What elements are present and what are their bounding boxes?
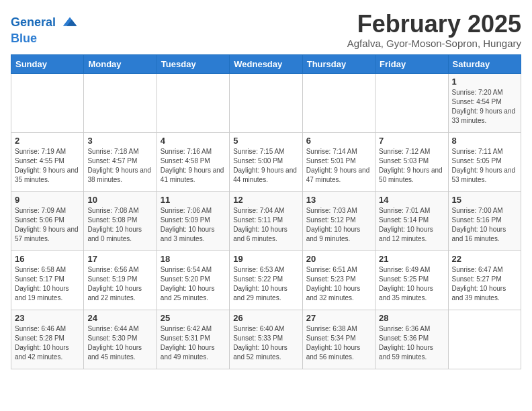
day-info: Sunrise: 7:00 AM Sunset: 5:16 PM Dayligh… xyxy=(452,206,517,244)
weekday-header-friday: Friday xyxy=(375,54,448,73)
logo-text: General xyxy=(11,13,79,32)
calendar-cell: 17Sunrise: 6:56 AM Sunset: 5:19 PM Dayli… xyxy=(84,250,157,310)
calendar-cell xyxy=(302,73,375,132)
calendar-cell: 8Sunrise: 7:11 AM Sunset: 5:05 PM Daylig… xyxy=(448,132,521,191)
day-number: 22 xyxy=(452,254,517,264)
calendar-cell xyxy=(375,73,448,132)
day-number: 25 xyxy=(161,313,226,323)
day-number: 2 xyxy=(15,136,80,146)
calendar-cell: 2Sunrise: 7:19 AM Sunset: 4:55 PM Daylig… xyxy=(11,132,84,191)
day-info: Sunrise: 6:42 AM Sunset: 5:31 PM Dayligh… xyxy=(161,324,226,362)
calendar-cell xyxy=(230,73,302,132)
calendar-cell: 19Sunrise: 6:53 AM Sunset: 5:22 PM Dayli… xyxy=(230,250,302,310)
day-number: 15 xyxy=(452,195,517,205)
calendar-cell: 26Sunrise: 6:40 AM Sunset: 5:33 PM Dayli… xyxy=(230,310,302,369)
day-info: Sunrise: 7:12 AM Sunset: 5:03 PM Dayligh… xyxy=(379,147,444,185)
calendar-cell: 6Sunrise: 7:14 AM Sunset: 5:01 PM Daylig… xyxy=(302,132,375,191)
day-info: Sunrise: 6:36 AM Sunset: 5:36 PM Dayligh… xyxy=(379,324,444,362)
day-info: Sunrise: 6:54 AM Sunset: 5:20 PM Dayligh… xyxy=(161,265,226,303)
day-info: Sunrise: 7:06 AM Sunset: 5:09 PM Dayligh… xyxy=(161,206,226,244)
day-info: Sunrise: 6:51 AM Sunset: 5:23 PM Dayligh… xyxy=(306,265,371,303)
logo-icon xyxy=(60,13,79,32)
calendar-week-row: 1Sunrise: 7:20 AM Sunset: 4:54 PM Daylig… xyxy=(11,73,521,132)
calendar-week-row: 23Sunrise: 6:46 AM Sunset: 5:28 PM Dayli… xyxy=(11,310,521,369)
calendar-cell: 12Sunrise: 7:04 AM Sunset: 5:11 PM Dayli… xyxy=(230,191,302,250)
day-info: Sunrise: 7:15 AM Sunset: 5:00 PM Dayligh… xyxy=(233,147,298,185)
day-info: Sunrise: 7:20 AM Sunset: 4:54 PM Dayligh… xyxy=(452,88,517,126)
day-number: 5 xyxy=(233,136,298,146)
calendar-cell: 4Sunrise: 7:16 AM Sunset: 4:58 PM Daylig… xyxy=(157,132,229,191)
calendar-cell: 11Sunrise: 7:06 AM Sunset: 5:09 PM Dayli… xyxy=(157,191,229,250)
day-info: Sunrise: 6:53 AM Sunset: 5:22 PM Dayligh… xyxy=(233,265,298,303)
day-number: 24 xyxy=(87,313,152,323)
calendar-cell: 10Sunrise: 7:08 AM Sunset: 5:08 PM Dayli… xyxy=(84,191,157,250)
calendar-cell: 13Sunrise: 7:03 AM Sunset: 5:12 PM Dayli… xyxy=(302,191,375,250)
calendar-cell: 23Sunrise: 6:46 AM Sunset: 5:28 PM Dayli… xyxy=(11,310,84,369)
day-number: 19 xyxy=(233,254,298,264)
day-info: Sunrise: 7:11 AM Sunset: 5:05 PM Dayligh… xyxy=(452,147,517,185)
calendar-subtitle: Agfalva, Gyor-Moson-Sopron, Hungary xyxy=(347,38,521,49)
day-info: Sunrise: 7:16 AM Sunset: 4:58 PM Dayligh… xyxy=(161,147,226,185)
logo-blue-text: Blue xyxy=(11,32,79,46)
calendar-week-row: 2Sunrise: 7:19 AM Sunset: 4:55 PM Daylig… xyxy=(11,132,521,191)
calendar-cell: 9Sunrise: 7:09 AM Sunset: 5:06 PM Daylig… xyxy=(11,191,84,250)
weekday-header-wednesday: Wednesday xyxy=(230,54,302,73)
title-area: February 2025 Agfalva, Gyor-Moson-Sopron… xyxy=(347,11,521,49)
day-info: Sunrise: 6:56 AM Sunset: 5:19 PM Dayligh… xyxy=(87,265,152,303)
calendar-cell xyxy=(448,310,521,369)
day-number: 21 xyxy=(379,254,444,264)
calendar-cell: 22Sunrise: 6:47 AM Sunset: 5:27 PM Dayli… xyxy=(448,250,521,310)
calendar-cell xyxy=(84,73,157,132)
day-number: 4 xyxy=(161,136,226,146)
day-info: Sunrise: 7:09 AM Sunset: 5:06 PM Dayligh… xyxy=(15,206,80,244)
day-info: Sunrise: 7:19 AM Sunset: 4:55 PM Dayligh… xyxy=(15,147,80,185)
calendar-cell: 15Sunrise: 7:00 AM Sunset: 5:16 PM Dayli… xyxy=(448,191,521,250)
day-info: Sunrise: 7:01 AM Sunset: 5:14 PM Dayligh… xyxy=(379,206,444,244)
day-info: Sunrise: 6:40 AM Sunset: 5:33 PM Dayligh… xyxy=(233,324,298,362)
calendar-cell: 7Sunrise: 7:12 AM Sunset: 5:03 PM Daylig… xyxy=(375,132,448,191)
day-info: Sunrise: 7:08 AM Sunset: 5:08 PM Dayligh… xyxy=(87,206,152,244)
day-number: 18 xyxy=(161,254,226,264)
day-number: 16 xyxy=(15,254,80,264)
calendar-cell: 25Sunrise: 6:42 AM Sunset: 5:31 PM Dayli… xyxy=(157,310,229,369)
day-number: 7 xyxy=(379,136,444,146)
day-number: 8 xyxy=(452,136,517,146)
day-info: Sunrise: 7:14 AM Sunset: 5:01 PM Dayligh… xyxy=(306,147,371,185)
calendar-cell xyxy=(11,73,84,132)
day-number: 13 xyxy=(306,195,371,205)
day-info: Sunrise: 6:44 AM Sunset: 5:30 PM Dayligh… xyxy=(87,324,152,362)
weekday-header-thursday: Thursday xyxy=(302,54,375,73)
day-info: Sunrise: 7:18 AM Sunset: 4:57 PM Dayligh… xyxy=(87,147,152,185)
day-number: 17 xyxy=(87,254,152,264)
day-number: 14 xyxy=(379,195,444,205)
calendar-week-row: 16Sunrise: 6:58 AM Sunset: 5:17 PM Dayli… xyxy=(11,250,521,310)
day-info: Sunrise: 7:03 AM Sunset: 5:12 PM Dayligh… xyxy=(306,206,371,244)
calendar-week-row: 9Sunrise: 7:09 AM Sunset: 5:06 PM Daylig… xyxy=(11,191,521,250)
calendar-title: February 2025 xyxy=(347,11,521,38)
day-number: 20 xyxy=(306,254,371,264)
day-info: Sunrise: 6:47 AM Sunset: 5:27 PM Dayligh… xyxy=(452,265,517,303)
day-number: 23 xyxy=(15,313,80,323)
calendar-cell xyxy=(157,73,229,132)
calendar-cell: 5Sunrise: 7:15 AM Sunset: 5:00 PM Daylig… xyxy=(230,132,302,191)
weekday-header-sunday: Sunday xyxy=(11,54,84,73)
calendar-cell: 14Sunrise: 7:01 AM Sunset: 5:14 PM Dayli… xyxy=(375,191,448,250)
calendar-table: SundayMondayTuesdayWednesdayThursdayFrid… xyxy=(11,54,521,369)
day-number: 11 xyxy=(161,195,226,205)
day-number: 1 xyxy=(452,77,517,87)
page-header: General Blue February 2025 Agfalva, Gyor… xyxy=(11,11,521,49)
weekday-header-monday: Monday xyxy=(84,54,157,73)
day-number: 12 xyxy=(233,195,298,205)
day-info: Sunrise: 6:38 AM Sunset: 5:34 PM Dayligh… xyxy=(306,324,371,362)
day-info: Sunrise: 6:49 AM Sunset: 5:25 PM Dayligh… xyxy=(379,265,444,303)
day-number: 10 xyxy=(87,195,152,205)
weekday-header-row: SundayMondayTuesdayWednesdayThursdayFrid… xyxy=(11,54,521,73)
day-info: Sunrise: 6:58 AM Sunset: 5:17 PM Dayligh… xyxy=(15,265,80,303)
day-number: 9 xyxy=(15,195,80,205)
calendar-body: 1Sunrise: 7:20 AM Sunset: 4:54 PM Daylig… xyxy=(11,73,521,369)
calendar-cell: 18Sunrise: 6:54 AM Sunset: 5:20 PM Dayli… xyxy=(157,250,229,310)
calendar-cell: 3Sunrise: 7:18 AM Sunset: 4:57 PM Daylig… xyxy=(84,132,157,191)
day-number: 6 xyxy=(306,136,371,146)
weekday-header-tuesday: Tuesday xyxy=(157,54,229,73)
logo: General Blue xyxy=(11,13,79,46)
